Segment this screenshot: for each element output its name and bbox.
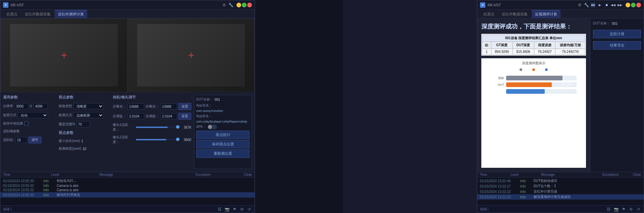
right-log-area: Time Level Message Exceptions Clear 01/1… bbox=[477, 172, 644, 205]
save-spot-btn[interactable]: 保存斑点位置 bbox=[196, 140, 250, 148]
right-exposure-input[interactable] bbox=[160, 103, 177, 110]
right-status-gear-icon[interactable]: ⚙ bbox=[628, 207, 634, 212]
left-statusbar: 就绪 | ⛓ 📷 ⚑ ⚙ ↺ bbox=[0, 205, 255, 213]
restore-btn[interactable]: 重新测位置 bbox=[196, 149, 250, 158]
spot-stats-btn[interactable]: 斑点统计 bbox=[196, 131, 250, 139]
threshold-section-title: 适职阈参数 bbox=[3, 129, 56, 134]
left-gain-input[interactable] bbox=[127, 113, 144, 119]
right-log-msg-4: 解深度测评计算完成成功 bbox=[534, 195, 641, 199]
placement-select[interactable]: 自动 bbox=[18, 112, 48, 118]
right-maximize-button[interactable] bbox=[631, 3, 636, 7]
right-log-clear-btn[interactable]: Clear bbox=[633, 173, 641, 176]
right-toolbar-icon1[interactable]: ■■ bbox=[591, 3, 595, 7]
right-log-level-2: Info bbox=[520, 185, 534, 188]
close-button[interactable] bbox=[247, 3, 252, 7]
bars-area: 指标 DUT 815.6806... bbox=[484, 74, 583, 95]
dut-name-row: DUT名称： 001 bbox=[196, 97, 250, 102]
bar-fill-2: 815.6806... bbox=[506, 82, 552, 87]
minimize-button[interactable] bbox=[236, 3, 241, 7]
status-camera-icon[interactable]: 📷 bbox=[224, 207, 230, 212]
cam1-slider-track[interactable] bbox=[136, 127, 178, 128]
tab-kangzhen[interactable]: 抗震点 bbox=[3, 10, 21, 18]
resolution-w-input[interactable] bbox=[14, 103, 29, 109]
right-settings-icon[interactable]: ⚙ bbox=[577, 3, 582, 7]
app-name-row: App包名： bbox=[196, 103, 250, 108]
td-avg-1: 79.24927/0 bbox=[555, 49, 585, 55]
status-flag-icon[interactable]: ⚑ bbox=[232, 207, 237, 212]
set-exposure-btn[interactable]: 设置 bbox=[178, 103, 191, 110]
calc-btn[interactable]: 近距计算 bbox=[593, 30, 641, 38]
log-entry-1[interactable]: 01/16/2024 10:55:30 Info 初始化马打... bbox=[0, 178, 255, 184]
log-entry-2[interactable]: 01/16/2024 10:55:32 Info Camera is alre bbox=[0, 184, 255, 188]
right-toolbar-icon2[interactable]: ▶ bbox=[597, 3, 602, 7]
camera-params-col: 相机/镜头调节 左曝光： 右曝光： 设置 左增益： 右增益： 设置 像头1活跃度… bbox=[113, 95, 191, 169]
right-log-entry-4[interactable]: 01/15/2024 13:22:23 Info 解深度测评计算完成成功 bbox=[477, 194, 644, 200]
gain-row: 左增益： 右增益： 设置 bbox=[113, 113, 191, 120]
left-app-logo: X bbox=[3, 2, 8, 8]
right-tab-calc[interactable]: 近视测评计算 bbox=[532, 10, 560, 18]
wrench-icon[interactable]: 🔧 bbox=[228, 3, 233, 7]
right-wrench-icon[interactable]: 🔧 bbox=[584, 3, 589, 7]
save-middle-checkbox[interactable] bbox=[24, 122, 29, 126]
status-gear-icon[interactable]: ⚙ bbox=[239, 207, 245, 212]
cam2-slider-track[interactable] bbox=[136, 139, 178, 140]
right-tab-kangzhen[interactable]: 抗震点 bbox=[480, 10, 498, 18]
right-win-controls bbox=[626, 3, 641, 7]
log-time-2: 01/16/2024 10:55:32 bbox=[3, 184, 43, 188]
bar-track-3 bbox=[506, 89, 577, 94]
status-refresh-icon[interactable]: ↺ bbox=[247, 207, 252, 212]
params-area: 通用参数 分辨率 X 放置方式 自动 保存中间结果 bbox=[0, 92, 255, 172]
right-log-entry-1[interactable]: 01/15/2024 13:22:46 Info DUT初始动成功 bbox=[477, 178, 644, 184]
export-btn[interactable]: 结果导出 bbox=[593, 41, 641, 50]
threshold-val-label: 适职距: bbox=[3, 138, 14, 142]
log-level-4: Info bbox=[43, 193, 57, 197]
td-error-1: 79.24927 bbox=[534, 49, 555, 55]
threshold-val-input[interactable] bbox=[15, 137, 27, 143]
log-clear-btn[interactable]: Clear bbox=[244, 173, 252, 176]
detect-type-select[interactable]: 清晰度 bbox=[73, 103, 104, 109]
right-gain-input[interactable] bbox=[160, 113, 177, 119]
detect-precision-value: 10 bbox=[83, 147, 86, 151]
tab-near-infrared-collect[interactable]: 近红外数据采集 bbox=[21, 10, 54, 18]
threshold-title: 适职阈参数 bbox=[3, 129, 20, 134]
right-minimize-button[interactable] bbox=[626, 3, 630, 7]
right-close-button[interactable] bbox=[636, 3, 641, 7]
log-msg-1: 初始化马打... bbox=[57, 179, 252, 183]
table-main-title: 001设备 深度测评结果汇总表 单位mm bbox=[482, 35, 585, 42]
th-id: ID bbox=[482, 42, 491, 49]
log-entry-3[interactable]: 01/16/2024 10:55:32 Info Camera is alre bbox=[0, 188, 255, 192]
right-log-entry-3[interactable]: 01/15/2024 13:22:22 Info 近红外计算完成 bbox=[477, 189, 644, 194]
resolution-label: 分辨率 bbox=[3, 104, 13, 109]
right-status-refresh-icon[interactable]: ↺ bbox=[636, 207, 641, 212]
right-status-link-icon[interactable]: ⛓ bbox=[606, 207, 611, 212]
left-exposure-label: 左曝光： bbox=[113, 104, 126, 109]
settings-icon[interactable]: ⚙ bbox=[222, 3, 226, 7]
right-status-flag-icon[interactable]: ⚑ bbox=[621, 207, 626, 212]
log-entry-4[interactable]: 01/16/2024 10:55:33 Info 指马灯打开状态 bbox=[0, 192, 255, 198]
camera-row bbox=[0, 18, 255, 92]
left-exposure-input[interactable] bbox=[127, 103, 144, 110]
right-toolbar-icon3[interactable]: ⏹ bbox=[604, 3, 609, 7]
status-link-icon[interactable]: ⛓ bbox=[217, 207, 222, 212]
right-log-entry-2[interactable]: 01/15/2024 13:22:17 Info DUT当个数：3 bbox=[477, 184, 644, 189]
resolution-h-input[interactable] bbox=[34, 103, 48, 109]
detect-method-select[interactable]: 边缘检测 bbox=[73, 112, 104, 118]
set-gain-btn[interactable]: 设置 bbox=[178, 113, 191, 120]
right-toolbar-icon5[interactable]: ▶▶ bbox=[618, 3, 622, 7]
right-tab-collect[interactable]: 近红外数据采集 bbox=[498, 10, 531, 18]
adjust-btn[interactable]: 调节 bbox=[29, 137, 41, 143]
right-log-level-3: Info bbox=[520, 190, 534, 194]
camera-params-title: 相机/镜头调节 bbox=[113, 95, 191, 100]
camera-view-left bbox=[0, 18, 127, 92]
tab-near-infrared-calc[interactable]: 近红外测评计算 bbox=[55, 10, 87, 18]
right-toolbar-icon4[interactable]: ◀◀ bbox=[611, 3, 615, 7]
cam2-slider-val: 3600 bbox=[179, 138, 191, 142]
right-status-camera-icon[interactable]: 📷 bbox=[613, 207, 619, 212]
maximize-button[interactable] bbox=[242, 3, 247, 7]
log-time-1: 01/16/2024 10:55:30 bbox=[3, 179, 43, 183]
bar-track-2: 815.6806... bbox=[506, 82, 577, 87]
left-gain-label: 左增益： bbox=[113, 114, 126, 119]
apk-toggle[interactable] bbox=[208, 125, 217, 129]
cam1-slider-fill bbox=[136, 127, 168, 128]
overlap-input[interactable] bbox=[76, 121, 90, 127]
